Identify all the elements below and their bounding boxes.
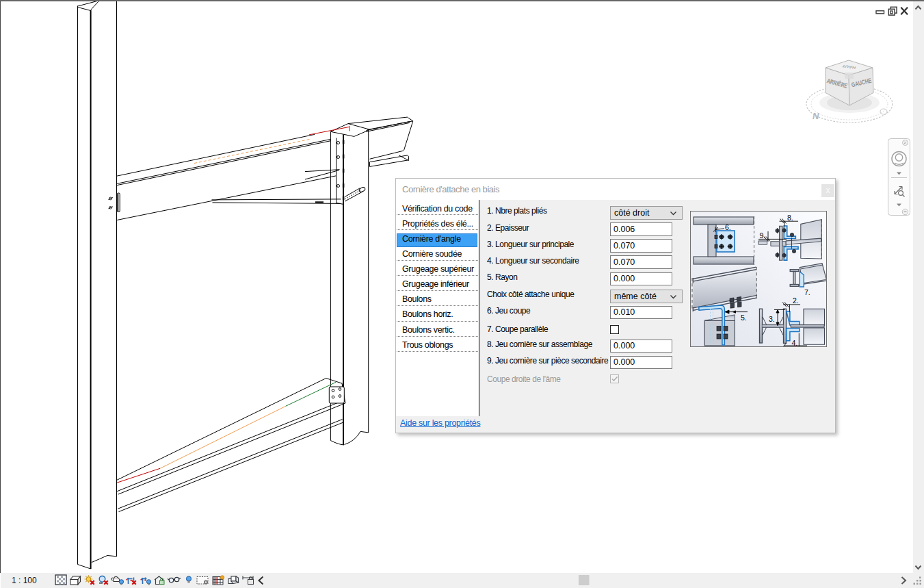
svg-text:4.: 4. <box>792 339 798 346</box>
svg-text:2.: 2. <box>793 296 799 305</box>
svg-text:N: N <box>813 111 819 121</box>
svg-text:3.: 3. <box>769 315 775 323</box>
svg-text:6.: 6. <box>725 223 731 231</box>
svg-text:7.: 7. <box>804 288 810 296</box>
svg-text:8.: 8. <box>787 214 793 222</box>
svg-text:5.: 5. <box>741 314 747 322</box>
svg-text:9.: 9. <box>760 231 766 240</box>
